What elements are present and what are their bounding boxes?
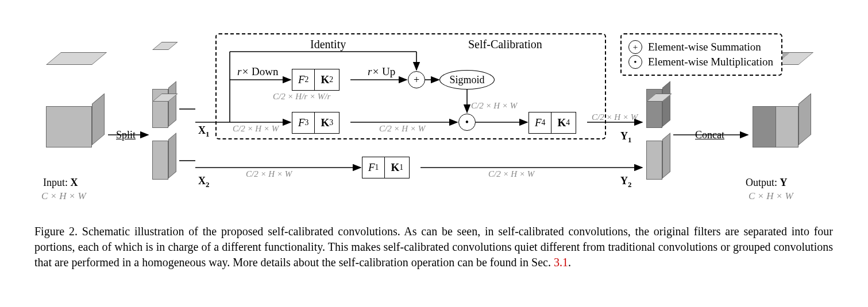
after-sigmoid-dims: C/2 × H × W [471, 101, 517, 111]
y2-label: Y2 [620, 175, 631, 189]
f1-k1-op: F1 K1 [362, 157, 410, 178]
after-f4-dims: C/2 × H × W [592, 112, 638, 122]
x2-dims-left: C/2 × H × W [246, 169, 292, 179]
f2-k2-op: F2 K2 [292, 69, 340, 91]
mul-op-icon: • [458, 114, 476, 131]
concat-label: Concat [695, 129, 724, 141]
sum-op-icon: + [408, 71, 425, 88]
after-f3-dims: C/2 × H × W [379, 124, 425, 134]
legend-mul: • Element-wise Multiplication [628, 55, 773, 69]
legend-sum: + Element-wise Summation [628, 40, 773, 54]
x2-label: X2 [198, 175, 209, 189]
diagram: Input: X C × H × W Split X1 X2 Self-Cali… [11, 11, 857, 218]
down-label: r× Down [237, 65, 278, 78]
output-label: Output: Y [746, 177, 788, 189]
input-dims: C × H × W [41, 191, 86, 202]
self-calibration-title: Self-Calibration [468, 38, 542, 51]
section-ref-link[interactable]: 3.1 [554, 256, 568, 269]
up-label: r× Up [368, 65, 395, 78]
split-label: Split [116, 129, 136, 141]
f3-k3-op: F3 K3 [292, 112, 340, 134]
figure-caption: Figure 2. Schematic illustration of the … [34, 224, 833, 270]
y1-label: Y1 [620, 130, 631, 145]
plus-icon: + [628, 40, 642, 54]
f2-dims: C/2 × H/r × W/r [273, 92, 330, 102]
sigmoid-op: Sigmoid [439, 70, 495, 90]
output-dims: C × H × W [749, 191, 793, 202]
f4-k4-op: F4 K4 [528, 112, 576, 134]
legend-mul-label: Element-wise Multiplication [648, 56, 773, 68]
x1-label: X1 [198, 125, 209, 139]
legend-sum-label: Element-wise Summation [648, 41, 761, 53]
identity-label: Identity [310, 38, 346, 51]
input-label: Input: X [43, 177, 78, 189]
x2-dims-right: C/2 × H × W [488, 169, 534, 179]
dot-icon: • [628, 55, 642, 69]
x1-dims: C/2 × H × W [233, 124, 279, 134]
legend: + Element-wise Summation • Element-wise … [620, 33, 782, 76]
